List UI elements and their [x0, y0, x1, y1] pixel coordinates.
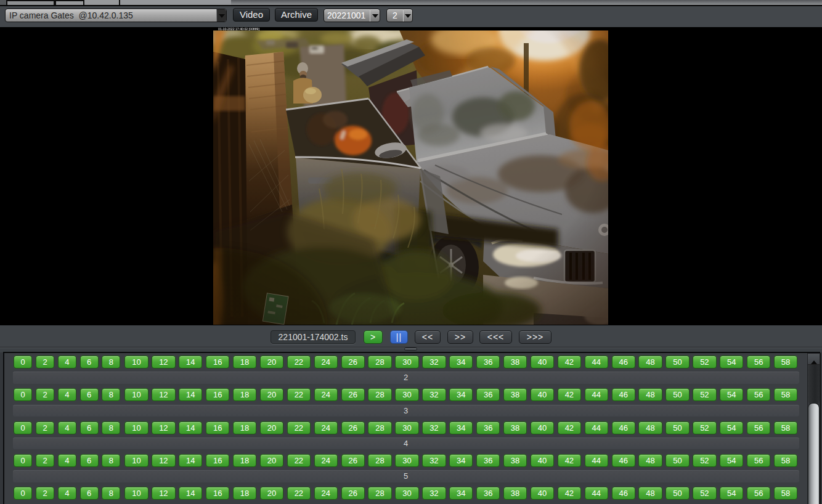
svg-text:01-10-2022 17:40:02 [00889]: 01-10-2022 17:40:02 [00889]: [218, 27, 259, 31]
